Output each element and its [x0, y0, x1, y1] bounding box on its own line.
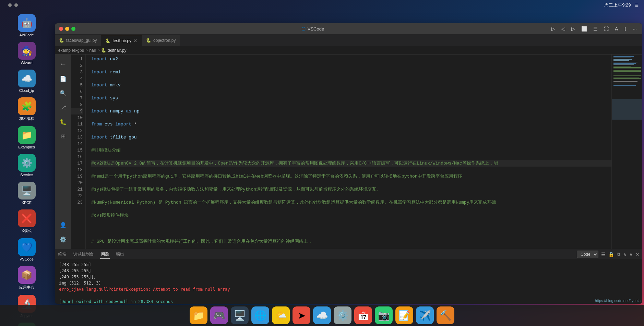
top-bar-dots — [8, 3, 18, 7]
terminal-copy-icon[interactable]: ⧉ — [617, 251, 620, 257]
left-dock: 🤖 AidCode 🧙 Wizard ☁️ Cloud_ip 🧩 积木编程 📁 … — [0, 0, 53, 305]
forward-icon[interactable]: ▷ — [570, 25, 576, 32]
code-editor[interactable]: 12345 678910 1112131415 1617181920 21222… — [71, 55, 642, 249]
terminal-lock-icon[interactable]: 🔒 — [608, 252, 614, 257]
wizard-icon: 🧙 — [18, 42, 36, 60]
dock-examples[interactable]: 📁 Examples — [4, 124, 49, 151]
taskbar-send[interactable]: ✈️ — [416, 306, 434, 324]
terminal-up-icon[interactable]: ∧ — [623, 252, 627, 257]
vscode-logo-icon: ⬡ — [301, 26, 306, 32]
run-icon[interactable]: ▷ — [550, 25, 557, 32]
svg-rect-9 — [613, 67, 641, 68]
breadcrumb: examples-gpu > hair > 🐍 testhair.py — [55, 46, 642, 55]
svg-rect-19 — [613, 85, 636, 86]
vscode-dock-label: VSCode — [20, 257, 34, 261]
dock-aidcode[interactable]: 🤖 AidCode — [4, 12, 49, 39]
back-icon[interactable]: ◁ — [560, 25, 567, 32]
tab-objectron[interactable]: 🐍 objectron.py — [142, 35, 180, 46]
window-title: ⬡ VSCode — [78, 26, 547, 32]
dock-service[interactable]: ⚙️ Service — [4, 152, 49, 179]
breadcrumb-examples-gpu[interactable]: examples-gpu — [58, 48, 84, 53]
title-bar-actions: ▷ ◁ ▷ ⬜ ☰ ⛶ A ⫿ ··· — [550, 25, 638, 32]
dock-appcenter[interactable]: 📦 应用中心 — [4, 264, 49, 292]
taskbar-photos[interactable]: 📷 — [375, 306, 393, 324]
jikemu-label: 积木编程 — [19, 116, 34, 121]
tab-faceswap[interactable]: 🐍 faceswap_gui.py — [55, 35, 101, 46]
svg-rect-7 — [613, 64, 634, 65]
taskbar-cloud[interactable]: ☁️ — [313, 306, 331, 324]
taskbar-notes[interactable]: 📝 — [395, 306, 413, 324]
minimize-button[interactable] — [65, 27, 69, 31]
taskbar-calendar[interactable]: 📅 — [354, 306, 372, 324]
activity-settings[interactable]: ⚙️ — [56, 232, 70, 246]
taskbar-weather[interactable]: 🌤️ — [272, 306, 290, 324]
close-button[interactable] — [59, 27, 63, 31]
activity-debug[interactable]: 🐛 — [56, 115, 70, 129]
menu-icon[interactable]: ≡ — [635, 2, 639, 9]
svg-rect-13 — [613, 73, 627, 73]
tab-testhair[interactable]: 🐍 testhair.py ✕ — [101, 35, 142, 46]
editor-area: 12345 678910 1112131415 1617181920 21222… — [71, 55, 642, 249]
terminal-line3: [249 255 255]]] — [59, 274, 638, 280]
tab-terminal[interactable]: 终端 — [58, 250, 67, 258]
taskbar-browser[interactable]: 🌐 — [251, 306, 269, 324]
breadcrumb-hair[interactable]: hair — [89, 48, 96, 53]
tab-testhair-close[interactable]: ✕ — [133, 38, 138, 44]
activity-account[interactable]: 👤 — [56, 218, 70, 232]
tab-testhair-label: testhair.py — [112, 38, 131, 43]
taskbar-settings[interactable]: ⚙️ — [334, 306, 351, 324]
dock-wizard[interactable]: 🧙 Wizard — [4, 40, 49, 67]
line-numbers: 12345 678910 1112131415 1617181920 21222… — [71, 55, 86, 249]
terminal-tab-actions: Code ☰ 🔒 ⧉ ∧ ∨ ✕ — [577, 251, 640, 258]
tab-problems[interactable]: 问题 — [100, 250, 110, 259]
terminal-down-icon[interactable]: ∨ — [629, 252, 633, 257]
dock-xfce[interactable]: 🖥️ XFCE — [4, 180, 49, 207]
dot2 — [14, 3, 18, 7]
dock-xmode[interactable]: ❌ X模式 — [4, 207, 49, 236]
taskbar-terminal[interactable]: 🖥️ — [231, 306, 249, 324]
xmode-icon: ❌ — [18, 209, 36, 227]
dock-vscode[interactable]: 💙 VSCode — [4, 236, 49, 263]
taskbar-files[interactable]: 📁 — [190, 306, 207, 324]
tab-objectron-label: objectron.py — [153, 38, 176, 43]
activity-git[interactable]: ⎇ — [56, 100, 70, 114]
taskbar-build[interactable]: 🔨 — [437, 306, 454, 324]
fullscreen-icon[interactable]: ⛶ — [603, 25, 610, 32]
terminal-select[interactable]: Code — [577, 251, 598, 258]
font-icon[interactable]: A — [613, 25, 619, 32]
list-icon[interactable]: ☰ — [592, 25, 599, 32]
activity-explorer[interactable]: 📄 — [56, 72, 70, 85]
terminal-content[interactable]: [248 255 255] [248 255 255] [249 255 255… — [55, 259, 642, 304]
code-content[interactable]: import cv2 import remi import mmkv impor… — [86, 55, 611, 249]
cloud-ip-label: Cloud_ip — [19, 88, 34, 93]
dot1 — [8, 3, 12, 7]
vscode-window: ⬡ VSCode ▷ ◁ ▷ ⬜ ☰ ⛶ A ⫿ ··· 🐍 faceswap_… — [55, 23, 642, 304]
more-icon[interactable]: ··· — [631, 25, 638, 32]
service-label: Service — [20, 173, 33, 177]
breadcrumb-sep1: > — [85, 48, 88, 53]
taskbar-git[interactable]: ➤ — [293, 306, 310, 324]
maximize-button[interactable] — [71, 27, 75, 31]
tab-output[interactable]: 编出 — [115, 250, 125, 258]
tab-objectron-icon: 🐍 — [146, 38, 151, 43]
appcenter-label: 应用中心 — [19, 285, 34, 290]
breadcrumb-sep2: > — [97, 48, 100, 53]
activity-extensions[interactable]: ⊞ — [56, 129, 70, 143]
activity-search[interactable]: 🔍 — [56, 86, 70, 100]
tab-debug-console[interactable]: 调试控制台 — [73, 250, 95, 258]
split-icon[interactable]: ⬜ — [580, 25, 588, 32]
svg-rect-11 — [613, 70, 641, 71]
terminal-close-icon[interactable]: ✕ — [635, 252, 640, 257]
dock-jikemu[interactable]: 🧩 积木编程 — [4, 95, 49, 123]
activity-back[interactable]: ← — [56, 57, 70, 71]
terminal-line2: [248 255 255] — [59, 268, 638, 274]
terminal-done: [Done] exited with code=null in 28.384 s… — [59, 299, 638, 304]
terminal-list-icon[interactable]: ☰ — [601, 252, 606, 257]
breadcrumb-testhair[interactable]: 🐍 testhair.py — [101, 48, 126, 53]
svg-rect-15 — [613, 77, 639, 77]
taskbar-game[interactable]: 🎮 — [210, 306, 228, 324]
columns-icon[interactable]: ⫿ — [623, 25, 628, 32]
dock-cloud-ip[interactable]: ☁️ Cloud_ip — [4, 68, 49, 95]
terminal-tabs: 终端 调试控制台 问题 编出 Code ☰ 🔒 ⧉ ∧ ∨ ✕ — [55, 249, 642, 259]
main-area: ← 📄 🔍 ⎇ 🐛 ⊞ 👤 ⚙️ 12345 678910 1112131415… — [55, 55, 642, 249]
